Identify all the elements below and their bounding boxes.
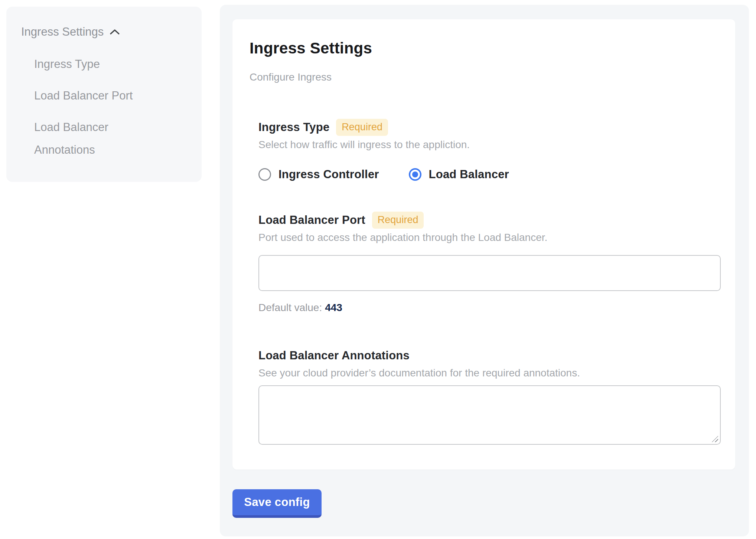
sidebar-group-ingress-settings[interactable]: Ingress Settings [21, 23, 190, 41]
ingress-type-radio-group: Ingress Controller Load Balancer [258, 167, 718, 182]
default-value-line: Default value:443 [258, 301, 718, 314]
ingress-settings-card: Ingress Settings Configure Ingress Ingre… [232, 19, 735, 470]
radio-selected-icon[interactable] [409, 168, 421, 181]
sidebar-nav: Ingress Type Load Balancer Port Load Bal… [21, 53, 190, 161]
load-balancer-port-input[interactable] [258, 255, 721, 291]
required-badge: Required [372, 212, 424, 229]
page-title: Ingress Settings [250, 40, 718, 57]
sidebar-item-ingress-type[interactable]: Ingress Type [21, 53, 134, 75]
radio-load-balancer[interactable]: Load Balancer [409, 168, 509, 181]
sidebar-item-load-balancer-port[interactable]: Load Balancer Port [21, 84, 134, 107]
default-value: 443 [325, 302, 342, 313]
chevron-up-icon [110, 29, 120, 35]
section-ingress-type: Ingress Type Required Select how traffic… [258, 118, 718, 182]
section-load-balancer-port: Load Balancer Port Required Port used to… [258, 211, 718, 314]
sidebar-item-load-balancer-annotations[interactable]: Load Balancer Annotations [21, 116, 134, 161]
load-balancer-port-label: Load Balancer Port [258, 213, 365, 227]
load-balancer-annotations-label: Load Balancer Annotations [258, 349, 410, 362]
ingress-type-description: Select how traffic will ingress to the a… [258, 138, 718, 151]
load-balancer-annotations-description: See your cloud provider’s documentation … [258, 367, 718, 379]
default-value-label: Default value: [258, 302, 322, 313]
load-balancer-port-description: Port used to access the application thro… [258, 231, 718, 244]
sidebar-group-label: Ingress Settings [21, 25, 104, 39]
load-balancer-annotations-textarea[interactable] [258, 385, 721, 445]
ingress-type-label: Ingress Type [258, 121, 329, 134]
required-badge: Required [336, 119, 388, 136]
radio-unselected-icon[interactable] [258, 168, 271, 181]
annotations-textarea-wrap [258, 385, 721, 445]
save-config-button[interactable]: Save config [232, 489, 322, 518]
settings-sidebar: Ingress Settings Ingress Type Load Balan… [6, 7, 202, 182]
page-subtitle: Configure Ingress [250, 71, 718, 84]
radio-ingress-controller[interactable]: Ingress Controller [258, 168, 379, 181]
section-load-balancer-annotations: Load Balancer Annotations See your cloud… [258, 347, 718, 445]
